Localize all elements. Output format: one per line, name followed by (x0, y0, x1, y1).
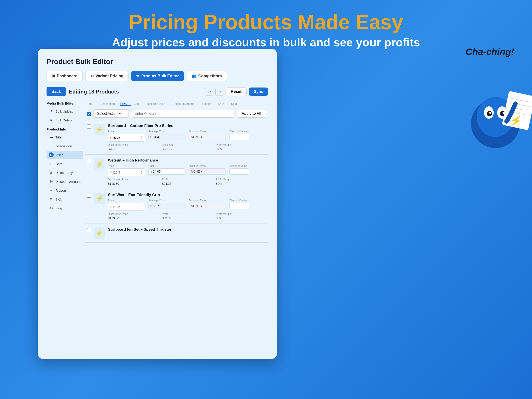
profit-margin-label: Profit Margin (216, 178, 266, 181)
discount-value-label: Discount Value (229, 130, 266, 133)
reset-button[interactable]: Reset (226, 87, 247, 96)
product-row-checkbox[interactable] (87, 125, 91, 128)
profit-margin-group: Profit Margin -85% (216, 143, 266, 151)
product-details: Wetsuit – High Performance Price $ ▲▼ (108, 158, 266, 185)
product-row-checkbox[interactable] (87, 194, 91, 198)
est-profit-group: Est. Profit $-22.72 (162, 143, 213, 151)
avg-cost-label: Average Cost (148, 130, 185, 133)
discount-type-select[interactable]: NONE ▾ (189, 203, 226, 209)
product-fields: Price $ ▲▼ Cost $ (108, 164, 266, 176)
sidebar-bulk-upload[interactable]: ⬆ Bulk Upload (46, 107, 83, 115)
discount-type-icon: ⊠ (49, 170, 54, 175)
cost-value-input[interactable] (153, 170, 168, 173)
price-icon: $ (49, 152, 54, 157)
price-value-input[interactable] (112, 205, 128, 209)
sidebar-item-slug[interactable]: </> Slug (46, 204, 83, 212)
dashboard-icon: ⊞ (52, 74, 55, 78)
main-layout: Media Bulk Edits ⬆ Bulk Upload 🗑 Bulk De… (46, 101, 268, 353)
avg-cost-label: Average Cost (148, 199, 185, 202)
product-row-checkbox[interactable] (87, 228, 91, 232)
discount-value-field-group: Discount Value (229, 130, 266, 142)
ribbon-icon: ≡ (49, 188, 54, 193)
product-icon: ⚡ (94, 193, 105, 204)
product-fields: Price $ ▲▼ Average Cost $ (108, 199, 266, 211)
sidebar-bulk-delete[interactable]: 🗑 Bulk Delete (46, 116, 83, 124)
discount-value-input[interactable] (229, 134, 249, 140)
discount-type-select[interactable]: NONE ▾ (189, 134, 226, 140)
upload-icon: ⬆ (49, 109, 54, 114)
discount-type-select[interactable]: NONE ▾ (189, 168, 226, 175)
nav-dashboard[interactable]: ⊞ Dashboard (46, 71, 83, 81)
discounted-price-value: $26.75 (108, 147, 158, 151)
avg-cost-field-group: Average Cost $ (148, 130, 185, 142)
cost-field-group: Cost $ (148, 164, 185, 176)
product-row-checkbox[interactable] (87, 159, 91, 163)
discount-type-label: Discount Type (189, 130, 226, 133)
product-stats-row: Discounted Price $118.30 Profit $94.25 P… (108, 178, 266, 185)
discount-value-field-group: Discount Value (229, 164, 266, 176)
profit-value: $59.79 (162, 216, 213, 220)
spinner[interactable]: ▲▼ (141, 170, 143, 175)
profit-margin-value: 50% (216, 216, 266, 220)
sidebar-item-title[interactable]: — Title (46, 133, 83, 141)
apply-to-all-button[interactable]: Apply to All (237, 110, 266, 118)
spinner[interactable]: ▲▼ (141, 135, 143, 140)
discount-type-label: Discount Type (189, 199, 226, 202)
table-row: ⚡ Surfboard Fin Set – Speed Thruster (85, 224, 268, 243)
discount-value-input[interactable] (229, 203, 249, 209)
nav-bar: ⊞ Dashboard ⊛ Variant Pricing ✏ Product … (46, 71, 268, 81)
sidebar-item-sku[interactable]: ⊞ SKU (46, 195, 83, 203)
discount-value-input[interactable] (229, 168, 249, 175)
price-value-input[interactable] (112, 171, 128, 174)
avg-cost-input: $ (148, 134, 185, 140)
price-input[interactable]: $ ▲▼ (108, 203, 145, 211)
cha-ching-text: Cha-ching! (461, 46, 519, 57)
sync-button[interactable]: Sync (249, 88, 268, 96)
delete-icon: 🗑 (49, 118, 54, 122)
back-button[interactable]: Back (46, 87, 66, 96)
cost-icon: ⊟ (49, 161, 54, 166)
main-title: Pricing Products Made Easy (0, 11, 532, 33)
sidebar-item-description[interactable]: T Description (46, 142, 83, 150)
discount-type-field-group: Discount Type NONE ▾ (189, 130, 226, 142)
price-input[interactable]: $ ▲▼ (108, 134, 145, 142)
variant-pricing-icon: ⊛ (90, 74, 94, 78)
table-row: ⚡ Wetsuit – High Performance Price $ ▲▼ (85, 155, 268, 189)
sidebar-item-discount-type[interactable]: ⊠ Discount Type (46, 168, 83, 177)
app-container: Product Bulk Editor ⊞ Dashboard ⊛ Varian… (38, 49, 277, 359)
enter-amount-input[interactable] (131, 110, 234, 118)
sidebar-item-cost[interactable]: ⊟ Cost (46, 159, 83, 168)
price-field-group: Price $ ▲▼ (108, 199, 145, 211)
cost-input[interactable]: $ (148, 168, 185, 175)
redo-button[interactable]: ↪ (215, 88, 223, 96)
svg-point-6 (489, 112, 491, 114)
select-all-checkbox[interactable] (87, 112, 91, 116)
sidebar-item-price[interactable]: $ Price (46, 151, 83, 159)
nav-product-bulk-editor[interactable]: ✏ Product Bulk Editor (131, 71, 184, 81)
profit-group: Profit $59.79 (162, 212, 213, 220)
spinner[interactable]: ▲▼ (141, 204, 143, 209)
price-value-input[interactable] (112, 136, 128, 139)
mascot-area: Cha-ching! ⚡ (461, 46, 519, 135)
nav-variant-pricing[interactable]: ⊛ Variant Pricing (85, 71, 128, 81)
content-area: Title Description Price Cost Discount Ty… (85, 101, 268, 353)
product-details: Surfboard – Carbon Fiber Pro Series Pric… (108, 124, 266, 151)
discount-amount-icon: % (49, 179, 54, 184)
select-action-dropdown[interactable]: Select Action ▾ (93, 109, 129, 118)
sidebar-item-ribbon[interactable]: ≡ Ribbon (46, 186, 83, 195)
profit-margin-value: 80% (216, 182, 266, 185)
est-profit-value: $-22.72 (162, 147, 213, 151)
discounted-price-label: Discounted Price (108, 212, 158, 215)
profit-label: Profit (162, 178, 213, 181)
col-discount-amount: Discount Amount (173, 102, 200, 105)
avg-cost-value[interactable] (153, 135, 168, 139)
avg-cost-value[interactable] (153, 204, 168, 208)
discounted-price-label: Discounted Price (108, 178, 158, 181)
price-input[interactable]: $ ▲▼ (108, 168, 145, 176)
col-cost: Cost (134, 102, 145, 105)
nav-competitors[interactable]: 👥 Competitors (187, 71, 227, 81)
undo-button[interactable]: ↩ (205, 88, 213, 96)
discount-type-label: Discount Type (189, 164, 226, 167)
sidebar: Media Bulk Edits ⬆ Bulk Upload 🗑 Bulk De… (46, 101, 85, 353)
sidebar-item-discount-amount[interactable]: % Discount Amount (46, 177, 83, 186)
